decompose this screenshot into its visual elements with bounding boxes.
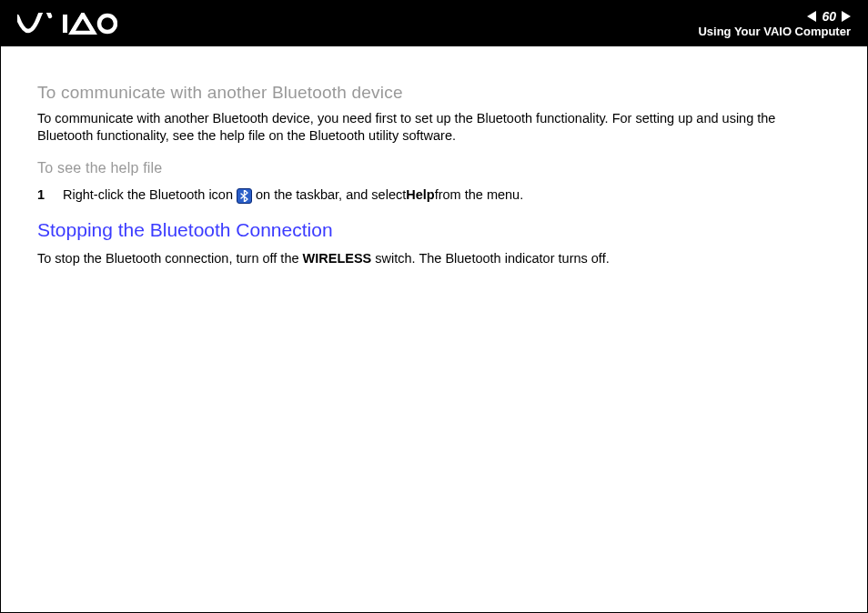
step-text-bold: Help <box>406 186 434 205</box>
header-right: 60 Using Your VAIO Computer <box>698 10 851 38</box>
step-text: Right-click the Bluetooth icon on the ta… <box>63 186 523 205</box>
prev-page-arrow-icon[interactable] <box>807 11 816 22</box>
paragraph-communicate: To communicate with another Bluetooth de… <box>37 110 831 146</box>
step-text-post: from the menu. <box>435 186 524 205</box>
svg-rect-0 <box>63 15 67 33</box>
next-page-arrow-icon[interactable] <box>842 11 851 22</box>
vaio-logo <box>17 1 117 46</box>
p2-post: switch. The Bluetooth indicator turns of… <box>371 251 609 266</box>
paragraph-stopping: To stop the Bluetooth connection, turn o… <box>37 250 831 268</box>
page-number: 60 <box>820 10 838 23</box>
page-navigation: 60 <box>698 10 851 23</box>
page-content: To communicate with another Bluetooth de… <box>1 46 867 268</box>
step-text-mid: on the taskbar, and select <box>256 186 406 205</box>
heading-stopping: Stopping the Bluetooth Connection <box>37 217 831 243</box>
p2-bold: WIRELESS <box>303 251 372 266</box>
step-row: 1 Right-click the Bluetooth icon on the … <box>37 186 831 205</box>
step-text-pre: Right-click the Bluetooth icon <box>63 186 233 205</box>
section-title: Using Your VAIO Computer <box>698 25 851 38</box>
page-header: 60 Using Your VAIO Computer <box>1 1 867 46</box>
bluetooth-icon <box>237 188 252 204</box>
p2-pre: To stop the Bluetooth connection, turn o… <box>37 251 303 266</box>
svg-point-1 <box>99 15 116 32</box>
heading-communicate: To communicate with another Bluetooth de… <box>37 81 831 105</box>
heading-help-file: To see the help file <box>37 158 831 178</box>
step-number: 1 <box>37 186 50 205</box>
